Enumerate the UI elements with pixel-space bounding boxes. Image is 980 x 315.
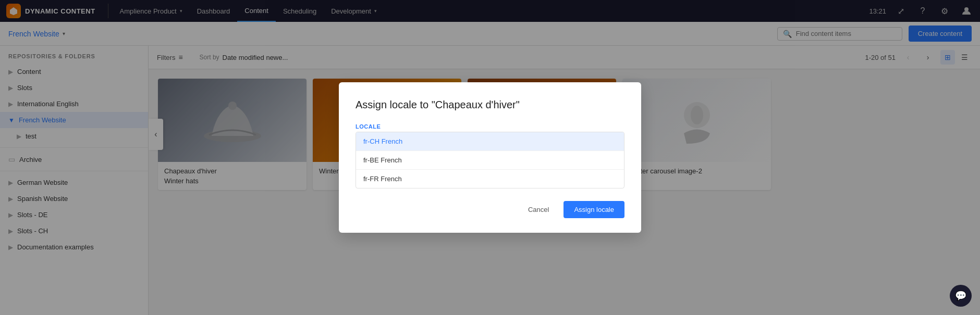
locale-dropdown: fr-CH French fr-BE French fr-FR French (356, 132, 624, 188)
chat-icon: 💬 (955, 290, 966, 301)
modal-actions: Cancel Assign locale (356, 201, 624, 218)
locale-option-fr-be[interactable]: fr-BE French (356, 151, 624, 170)
cancel-button[interactable]: Cancel (520, 201, 557, 218)
locale-field-label: Locale (356, 123, 624, 130)
modal-title: Assign locale to "Chapeaux d'hiver" (356, 99, 624, 111)
assign-locale-button[interactable]: Assign locale (564, 201, 624, 218)
locale-option-fr-ch[interactable]: fr-CH French (356, 132, 624, 151)
locale-option-fr-fr[interactable]: fr-FR French (356, 170, 624, 188)
assign-locale-modal: Assign locale to "Chapeaux d'hiver" Loca… (339, 82, 641, 233)
chat-widget-button[interactable]: 💬 (950, 285, 972, 307)
modal-overlay: Assign locale to "Chapeaux d'hiver" Loca… (0, 0, 980, 315)
